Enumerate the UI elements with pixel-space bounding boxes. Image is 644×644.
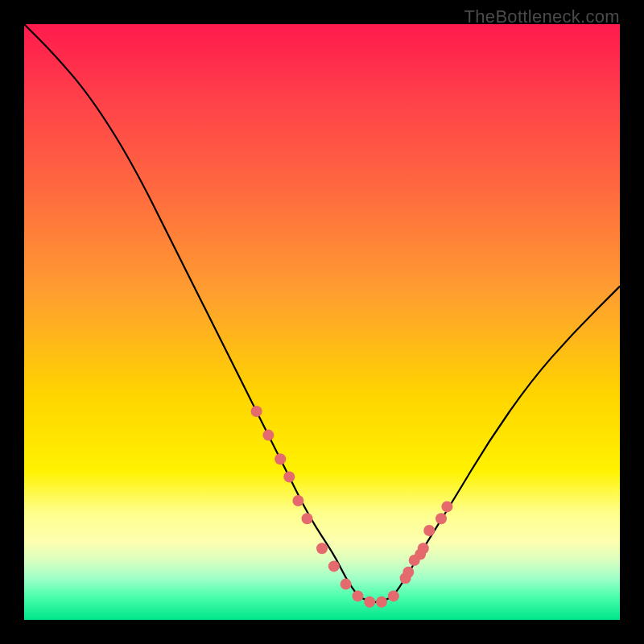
valley-marker-dot	[364, 597, 375, 608]
valley-marker-dot	[341, 579, 352, 590]
valley-marker-dot	[283, 471, 295, 482]
valley-marker-dot	[423, 525, 435, 536]
valley-marker-dot	[251, 406, 262, 417]
valley-marker-dot	[418, 543, 429, 554]
valley-marker-dot	[376, 597, 387, 608]
watermark-text: TheBottleneck.com	[464, 6, 620, 27]
valley-marker-dot	[275, 453, 286, 464]
valley-marker-dot	[352, 590, 363, 601]
valley-marker-dot	[302, 513, 313, 524]
valley-marker-dot	[402, 567, 414, 578]
valley-marker-dot	[316, 543, 328, 554]
valley-marker-dot	[436, 513, 447, 524]
curve-layer	[24, 24, 620, 620]
bottleneck-curve	[24, 24, 620, 602]
valley-marker-dot	[441, 501, 452, 512]
valley-marker-dot	[388, 590, 399, 601]
valley-marker-group	[251, 406, 453, 608]
chart-container: TheBottleneck.com	[0, 0, 644, 644]
valley-marker-dot	[328, 560, 340, 572]
valley-marker-dot	[262, 430, 274, 441]
valley-marker-dot	[292, 495, 303, 506]
